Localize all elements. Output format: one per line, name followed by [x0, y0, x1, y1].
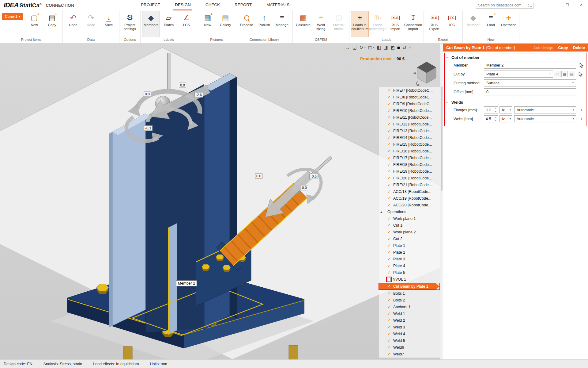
checkmark-icon[interactable]: ✓ — [387, 102, 392, 106]
tree-item-bolts-2[interactable]: ✓Bolts 2 — [379, 297, 440, 304]
tree-item-weld-2[interactable]: ✓Weld 2 — [379, 317, 440, 324]
project-settings-button[interactable]: ⚙Project settings — [121, 11, 139, 37]
pick-stack-icon[interactable]: ▤ — [569, 71, 575, 77]
add-flange-weld-button[interactable]: + — [578, 107, 584, 113]
tree-item-fire-10-robotcode[interactable]: ✓FIRE/10 [RobotCode... — [379, 107, 440, 114]
tree-item-plate-4[interactable]: ✓Plate 4 — [379, 263, 440, 269]
publish-button[interactable]: ↑Publish — [255, 11, 273, 37]
checkmark-icon[interactable]: ✓ — [387, 284, 392, 289]
connection-import-button[interactable]: ↧Connection Import — [404, 11, 422, 37]
webs-mode-select[interactable]: Automatic ▾ — [514, 115, 576, 122]
checkmark-icon[interactable]: ✓ — [387, 223, 392, 228]
propose-button[interactable]: Propose — [238, 11, 255, 37]
flip-view-icon[interactable]: ⇄ — [402, 45, 406, 50]
xls-export-button[interactable]: XLSXLS Export — [425, 11, 443, 37]
checkmark-icon[interactable]: ✓ — [387, 243, 392, 248]
home-view-icon[interactable]: ⌂ — [409, 45, 411, 50]
3d-scene[interactable] — [0, 44, 443, 359]
save-button[interactable]: ↓Save — [100, 11, 118, 37]
close-button[interactable]: × — [574, 0, 588, 9]
pick-member-cursor-icon[interactable] — [579, 63, 584, 68]
tab-report[interactable]: REPORT — [233, 0, 253, 10]
checkmark-icon[interactable]: ✓ — [387, 176, 392, 180]
tree-node-operations[interactable]: ◢Operations — [379, 209, 440, 215]
tree-item-fire-9-robotcodec[interactable]: ✓FIRE/9 [RobotCodeC... — [379, 101, 440, 107]
zoom-extents-icon[interactable]: ◱ — [352, 45, 357, 50]
tree-item-weld-5[interactable]: ✓Weld 5 — [379, 337, 440, 344]
pick-plate-icon[interactable]: ▱ — [554, 71, 560, 77]
webs-weld-type-select[interactable]: ▾ — [499, 115, 512, 122]
gallery-button[interactable]: ▤Gallery — [217, 11, 234, 37]
checkmark-icon[interactable]: ✓ — [387, 95, 392, 99]
tree-item-cut-1[interactable]: ✓Cut 1 — [379, 222, 440, 229]
new-item-button[interactable]: ▢+New — [25, 11, 43, 37]
search-input[interactable] — [478, 3, 528, 7]
view-iso-icon[interactable]: ■ — [397, 45, 400, 50]
members-button[interactable]: ◆Members — [142, 11, 160, 37]
tree-item-bolts-1[interactable]: ✓Bolts 1 — [379, 290, 440, 297]
checkmark-icon[interactable]: ✓ — [387, 230, 392, 234]
checkmark-icon[interactable]: ✓ — [387, 270, 392, 275]
tree-item-fire-13-robotcode[interactable]: ✓FIRE/13 [RobotCode... — [379, 128, 440, 134]
weld-sizing-button[interactable]: ÷Weld sizing — [312, 11, 330, 37]
manage-button[interactable]: ≡Manage — [273, 11, 291, 37]
tree-item-fire-20-robotcode[interactable]: ✓FIRE/20 [RobotCode... — [379, 175, 440, 182]
scrollbar-thumb[interactable] — [441, 86, 443, 191]
tree-item-fire-11-robotcode[interactable]: ✓FIRE/11 [RobotCode... — [379, 114, 440, 121]
lcs-button[interactable]: ∠LCS — [178, 11, 195, 37]
rotate-view-icon[interactable]: ↻ — [359, 45, 363, 50]
tree-item-weld-1[interactable]: ✓Weld 1 — [379, 310, 440, 317]
checkmark-icon[interactable]: ✓ — [387, 312, 392, 316]
checkbox-unchecked-icon[interactable] — [387, 278, 391, 281]
add-web-weld-button[interactable]: + — [578, 116, 584, 122]
checkmark-icon[interactable]: ✓ — [387, 190, 392, 194]
spinner-arrows-icon[interactable]: ▲▼ — [494, 116, 498, 122]
tree-item-plate-5[interactable]: ✓Plate 5 — [379, 269, 440, 276]
delete-operation-button[interactable]: Delete — [573, 45, 585, 50]
tree-item-weld6[interactable]: ✓Weld6 — [379, 344, 440, 351]
pick-grid-icon[interactable]: ▦ — [561, 71, 568, 77]
flanges-mode-select[interactable]: Automatic ▾ — [514, 106, 576, 113]
checkmark-icon[interactable]: ✓ — [387, 149, 392, 153]
selection-mode-icon[interactable]: ◻ — [368, 45, 372, 50]
tree-item-plate-2[interactable]: ✓Plate 2 — [379, 249, 440, 256]
chevron-down-icon[interactable]: ▾ — [373, 46, 374, 49]
flanges-spinner[interactable]: 0.0 ▲▼ — [484, 106, 498, 113]
checkmark-icon[interactable]: ✓ — [387, 163, 392, 167]
calculate-button[interactable]: ▦Calculate — [294, 11, 312, 37]
cut-by-select[interactable]: Plate 4 ▾ — [484, 71, 553, 78]
checkmark-icon[interactable]: ✓ — [387, 298, 392, 302]
tree-item-fire-7-robotcodec[interactable]: ✓FIRE/7 [RobotCodeC... — [379, 87, 440, 94]
checkmark-icon[interactable]: ✓ — [387, 217, 392, 221]
checkmark-icon[interactable]: ✓ — [387, 109, 392, 113]
checkmark-icon[interactable]: ✓ — [387, 305, 392, 309]
tree-item-acc-18-robotcode[interactable]: ✓ACC/18 [RobotCode... — [379, 188, 440, 195]
tree-item-acc-19-robotcode[interactable]: ✓ACC/19 [RobotCode... — [379, 195, 440, 202]
webs-spinner[interactable]: 4.5 ▲▼ — [484, 115, 498, 122]
search-box[interactable] — [476, 2, 533, 9]
checkmark-icon[interactable]: ✓ — [387, 237, 392, 241]
search-icon[interactable] — [528, 4, 531, 7]
viewport-3d[interactable]: ↔◱↻▾◻▾◧◨◩■⇄⌂ Production cost- 90 € 0.0 -… — [0, 44, 443, 359]
copy-operation-button[interactable]: Copy — [558, 45, 568, 50]
spinner-arrows-icon[interactable]: ▲▼ — [494, 107, 498, 113]
tree-item-fire-21-robotcode[interactable]: ✓FIRE/21 [RobotCode... — [379, 182, 440, 188]
new-picture-button[interactable]: ▦+New — [199, 11, 217, 37]
checkmark-icon[interactable]: ✓ — [387, 88, 392, 93]
tree-item-fire-16-robotcode[interactable]: ✓FIRE/16 [RobotCode... — [379, 148, 440, 155]
tree-item-work-plane-1[interactable]: ✓Work plane 1 — [379, 215, 440, 222]
tree-expander-icon[interactable]: ◢ — [380, 211, 384, 213]
copy-item-button[interactable]: ▤+Copy — [43, 11, 61, 37]
tree-item-fire-17-robotcode[interactable]: ✓FIRE/17 [RobotCode... — [379, 155, 440, 161]
tree-item-weld-3[interactable]: ✓Weld 3 — [379, 324, 440, 331]
checkmark-icon[interactable]: ✓ — [387, 122, 392, 126]
tree-item-cut-2[interactable]: ✓Cut 2 — [379, 236, 440, 242]
view-cube[interactable] — [413, 59, 440, 86]
tree-item-plate-3[interactable]: ✓Plate 3 — [379, 256, 440, 263]
checkmark-icon[interactable]: ✓ — [387, 129, 392, 133]
checkmark-icon[interactable]: ✓ — [387, 257, 392, 261]
checkmark-icon[interactable]: ✓ — [387, 183, 392, 187]
checkmark-icon[interactable]: ✓ — [387, 156, 392, 160]
tab-design[interactable]: DESIGN — [173, 0, 192, 10]
overall-check-button[interactable]: ✓Overall check — [330, 11, 348, 37]
